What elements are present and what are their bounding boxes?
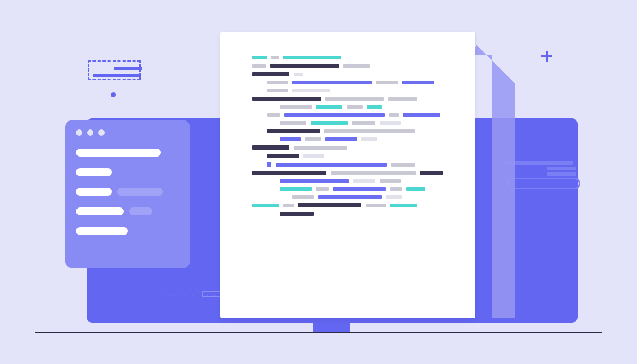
code-token bbox=[252, 204, 279, 207]
code-token bbox=[267, 81, 288, 84]
sidebar-pill bbox=[76, 168, 112, 176]
code-token bbox=[318, 195, 382, 199]
code-token bbox=[276, 163, 387, 167]
code-token bbox=[343, 64, 370, 68]
code-token bbox=[280, 137, 301, 141]
code-token bbox=[325, 97, 384, 101]
code-token bbox=[420, 171, 443, 175]
dashed-annotation-box bbox=[88, 60, 141, 80]
code-token bbox=[267, 89, 288, 92]
code-token bbox=[294, 73, 303, 76]
sidebar-row bbox=[76, 207, 179, 215]
code-token bbox=[316, 187, 329, 191]
code-token bbox=[280, 105, 312, 109]
sidebar-pill bbox=[76, 149, 161, 157]
code-token bbox=[333, 187, 386, 191]
code-token bbox=[303, 154, 324, 158]
code-token bbox=[353, 179, 375, 183]
desk-baseline bbox=[35, 332, 602, 333]
code-line bbox=[267, 81, 446, 84]
code-token bbox=[252, 97, 321, 101]
traffic-light-dot-icon bbox=[76, 129, 82, 136]
sidebar-row bbox=[76, 188, 179, 196]
code-token bbox=[252, 171, 326, 175]
code-line bbox=[267, 162, 446, 167]
code-token bbox=[267, 113, 280, 117]
code-token bbox=[284, 113, 385, 117]
monitor-stand bbox=[313, 323, 350, 332]
code-line bbox=[280, 212, 446, 216]
code-token bbox=[252, 145, 289, 150]
code-token bbox=[352, 121, 375, 125]
annotation-dot-icon bbox=[111, 92, 116, 97]
annotation-line bbox=[93, 74, 141, 77]
traffic-light-dot-icon bbox=[98, 129, 105, 136]
code-line bbox=[280, 187, 446, 191]
code-token bbox=[280, 179, 349, 183]
code-token bbox=[311, 121, 348, 125]
code-line bbox=[292, 195, 446, 199]
code-token bbox=[325, 137, 357, 141]
code-token bbox=[406, 187, 425, 191]
code-token bbox=[380, 179, 401, 183]
code-token bbox=[324, 129, 415, 133]
code-token bbox=[283, 204, 294, 207]
monitor-decoration-pill bbox=[507, 178, 580, 189]
code-token bbox=[366, 204, 386, 207]
traffic-lights bbox=[76, 129, 179, 136]
code-line bbox=[252, 171, 446, 175]
code-line bbox=[267, 154, 446, 158]
code-line bbox=[280, 137, 446, 141]
code-token bbox=[376, 81, 398, 84]
code-token bbox=[292, 89, 330, 92]
code-token bbox=[294, 146, 347, 150]
code-token bbox=[280, 121, 306, 125]
code-token bbox=[402, 81, 434, 84]
sidebar-row bbox=[76, 227, 179, 235]
code-line bbox=[252, 203, 446, 207]
annotation-line bbox=[114, 67, 142, 70]
code-line bbox=[267, 113, 446, 117]
code-token bbox=[331, 171, 416, 175]
code-token bbox=[252, 64, 266, 68]
code-token bbox=[252, 56, 267, 59]
sidebar-pill bbox=[76, 227, 128, 235]
code-token bbox=[403, 113, 440, 117]
code-token bbox=[391, 163, 415, 167]
code-token bbox=[280, 212, 314, 216]
code-line bbox=[267, 129, 446, 133]
code-line bbox=[252, 145, 446, 150]
code-token bbox=[292, 195, 314, 199]
sidebar-pill bbox=[76, 207, 124, 215]
sidebar-row bbox=[76, 149, 179, 157]
code-token bbox=[386, 195, 402, 199]
traffic-light-dot-icon bbox=[87, 129, 93, 136]
monitor-decoration-bar bbox=[547, 167, 576, 170]
monitor-decoration-box bbox=[202, 291, 222, 297]
code-line bbox=[280, 105, 446, 109]
code-token bbox=[361, 137, 377, 141]
sidebar-pill bbox=[76, 188, 112, 196]
code-token bbox=[390, 187, 402, 191]
code-token bbox=[252, 72, 289, 76]
code-line bbox=[280, 121, 446, 125]
code-token bbox=[280, 187, 312, 191]
code-token bbox=[389, 113, 399, 117]
code-line bbox=[252, 64, 446, 68]
code-token bbox=[270, 64, 339, 68]
code-line bbox=[252, 72, 446, 76]
code-token bbox=[267, 129, 320, 133]
sidebar-pill bbox=[129, 207, 152, 215]
code-line bbox=[252, 97, 446, 101]
code-document bbox=[220, 32, 475, 318]
sidebar-window bbox=[65, 120, 190, 268]
code-token bbox=[292, 81, 372, 84]
code-line bbox=[252, 56, 446, 59]
code-token bbox=[347, 105, 363, 109]
monitor-decoration-bar bbox=[547, 172, 576, 176]
code-token bbox=[283, 56, 341, 59]
code-line bbox=[280, 179, 446, 183]
code-token bbox=[367, 105, 382, 109]
code-token bbox=[298, 203, 361, 207]
code-token bbox=[271, 56, 279, 59]
